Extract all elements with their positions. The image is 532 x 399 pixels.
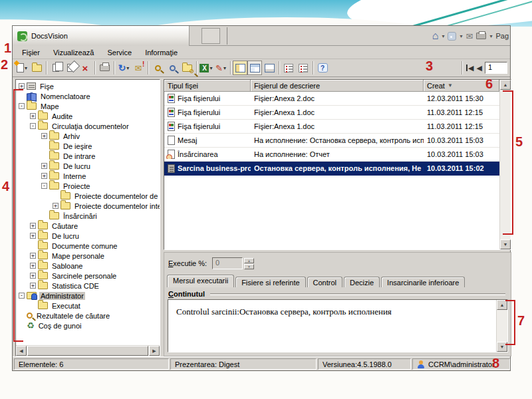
tree-expander[interactable]: + xyxy=(30,253,36,259)
tab-control[interactable]: Control xyxy=(307,277,342,287)
tree-item-proiecte[interactable]: -Proiecte xyxy=(16,181,160,191)
tree-item-cos-de-gunoi[interactable]: ♻Coş de gunoi xyxy=(16,321,160,331)
list-row[interactable]: Mesaj На исполнение: Остановка сервера, … xyxy=(164,134,499,148)
tree-item-de-iesire[interactable]: De ieşire xyxy=(16,141,160,151)
tab-decizie[interactable]: Decizie xyxy=(344,277,380,287)
tree-item-proiecte-interne[interactable]: +Proiecte documentelor interi xyxy=(16,201,160,211)
list-row[interactable]: Fişa fişierului Fişier:Anexa 1.doc 11.03… xyxy=(164,120,499,134)
tree-item-rezultatele-cautare[interactable]: Rezultatele de căutare xyxy=(16,311,160,321)
tree-item-statistica-cde[interactable]: +Statistica CDE xyxy=(16,281,160,291)
design-button[interactable]: ✎▾ xyxy=(213,61,228,75)
page-menu-label[interactable]: Pag xyxy=(495,32,509,40)
export-excel-button[interactable]: X▾ xyxy=(199,61,213,75)
print-button[interactable] xyxy=(97,61,112,75)
list-row-selected[interactable]: Sarcina business-proces Остановка сервер… xyxy=(164,162,499,176)
menu-vizualizeaza[interactable]: Vizualizează xyxy=(47,47,101,58)
detail-list-view-button[interactable] xyxy=(296,61,311,75)
tree-expander[interactable]: + xyxy=(41,173,47,179)
page-number-input[interactable]: 1 xyxy=(485,62,507,74)
tree-expander[interactable]: + xyxy=(30,233,36,239)
tree-item-mape-personale[interactable]: +Mape personale xyxy=(16,251,160,261)
first-page-button[interactable]: ◀ xyxy=(466,64,473,72)
menu-informatie[interactable]: Informaţie xyxy=(138,47,184,58)
tree-expander[interactable] xyxy=(53,193,59,199)
tree-expander[interactable]: - xyxy=(41,183,47,189)
tree-item-insarcinari[interactable]: Însărcinări xyxy=(16,211,160,221)
tree-item-nomenclatoare[interactable]: Nomenclatoare xyxy=(16,91,160,101)
copy-button[interactable] xyxy=(49,61,63,75)
content-textbox[interactable]: Controlul sarcinii:Остановка сервера, ко… xyxy=(168,299,508,352)
execution-percent-input[interactable]: 0 xyxy=(212,257,243,269)
previous-page-button[interactable]: ◀ xyxy=(477,64,482,72)
list-row[interactable]: Fişa fişierului Fişier:Anexa 1.doc 11.03… xyxy=(164,106,499,120)
list-row[interactable]: Fişa fişierului Fişier:Anexa 2.doc 12.03… xyxy=(164,92,499,106)
toggle-tree-view-button[interactable] xyxy=(233,61,247,75)
feeds-icon[interactable] xyxy=(448,32,456,41)
help-button[interactable]: ? xyxy=(315,61,330,75)
tab-fisiere-si-referinte[interactable]: Fisiere si referinte xyxy=(235,277,305,287)
tree-expander[interactable]: + xyxy=(53,203,59,209)
tree-expander[interactable]: + xyxy=(30,273,36,279)
delete-button[interactable]: × xyxy=(78,61,92,75)
tree-expander[interactable]: + xyxy=(30,113,36,119)
tree-expander[interactable] xyxy=(30,243,36,249)
split-view-button[interactable] xyxy=(247,61,262,75)
tree-expander[interactable]: + xyxy=(30,223,36,229)
tree-item-cautare[interactable]: +Căutare xyxy=(16,221,160,231)
docsvision-tab[interactable]: DocsVision xyxy=(13,26,190,46)
print-icon[interactable] xyxy=(476,33,486,39)
paste-button[interactable] xyxy=(63,61,78,75)
tree-expander[interactable] xyxy=(30,303,36,309)
spin-down-button[interactable]: ▼ xyxy=(244,264,254,269)
tree-item-de-intrare[interactable]: De intrare xyxy=(16,151,160,161)
column-header-tipul-fisei[interactable]: Tipul fişei xyxy=(164,80,251,92)
tree-item-de-lucru[interactable]: +De lucru xyxy=(16,161,160,171)
tree-item-arhiv[interactable]: +Arhiv xyxy=(16,131,160,141)
scroll-left-button[interactable]: ◀ xyxy=(16,346,27,356)
tree-expander[interactable] xyxy=(41,213,47,219)
tree-item-audite[interactable]: +Audite xyxy=(16,111,160,121)
send-mail-button[interactable]: ✉! xyxy=(131,61,146,75)
home-icon[interactable]: ⌂ xyxy=(432,31,439,41)
list-view-button[interactable] xyxy=(281,61,296,75)
search-folder-button[interactable] xyxy=(180,61,194,75)
tab-mersul-executarii[interactable]: Mersul executarii xyxy=(167,275,234,287)
tree-item-proiecte-iesire[interactable]: Proiecte documentelor de ie xyxy=(16,191,160,201)
tree-expander[interactable]: + xyxy=(41,163,47,169)
scrollbar-thumb[interactable] xyxy=(27,346,148,356)
menu-fisier[interactable]: Fişier xyxy=(15,47,47,58)
feeds-dropdown-caret[interactable]: ▾ xyxy=(460,33,462,39)
tree-expander[interactable] xyxy=(41,143,47,149)
tree-expander[interactable]: - xyxy=(30,123,36,129)
scroll-right-button[interactable]: ▶ xyxy=(149,346,160,356)
tree-item-fise[interactable]: +Fişe xyxy=(16,81,160,91)
tab-insarcinarile-inferioare[interactable]: Insarcinarile inferioare xyxy=(381,277,465,287)
new-file-button[interactable]: ▾ xyxy=(15,61,29,75)
tree-item-documente-comune[interactable]: Documente comune xyxy=(16,241,160,251)
tree-item-interne[interactable]: +Interne xyxy=(16,171,160,181)
menu-service[interactable]: Service xyxy=(100,47,138,58)
tree-item-administrator[interactable]: -Administrator xyxy=(16,291,160,301)
tree-item-circulatia[interactable]: -Circulaţia documentelor xyxy=(16,121,160,131)
column-header-fisierul[interactable]: Fişierul de descriere xyxy=(251,80,424,92)
spin-up-button[interactable]: ▲ xyxy=(244,258,254,263)
tree-item-mape[interactable]: -Mape xyxy=(16,101,160,111)
scroll-down-button[interactable]: ▼ xyxy=(500,239,511,249)
tree-item-de-lucru-2[interactable]: +De lucru xyxy=(16,231,160,241)
tree-expander[interactable]: + xyxy=(19,83,25,89)
full-view-button[interactable] xyxy=(262,61,277,75)
new-tab-button[interactable] xyxy=(201,28,220,44)
tree-expander[interactable]: + xyxy=(41,133,47,139)
tree-item-sarcinele-personale[interactable]: +Sarcinele personale xyxy=(16,271,160,281)
home-dropdown-caret[interactable]: ▾ xyxy=(442,33,444,39)
tree-item-sabloane[interactable]: +Sabloane xyxy=(16,261,160,271)
mail-icon[interactable]: ✉ xyxy=(466,32,473,41)
tree-expander[interactable]: + xyxy=(30,283,36,289)
scroll-up-button[interactable]: ▲ xyxy=(500,80,511,90)
search-button[interactable] xyxy=(150,61,165,75)
refresh-button[interactable]: ↻▾ xyxy=(116,61,131,75)
tree-expander[interactable] xyxy=(41,153,47,159)
preview-button[interactable] xyxy=(165,61,180,75)
tree-horizontal-scrollbar[interactable]: ◀ ▶ xyxy=(16,345,160,356)
print-dropdown-caret[interactable]: ▾ xyxy=(489,33,492,39)
